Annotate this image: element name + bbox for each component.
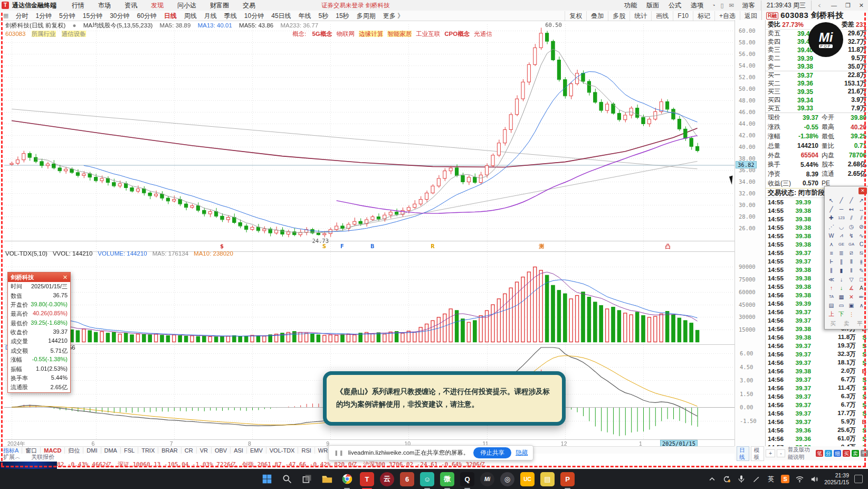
taskbar-icon-explorer[interactable] bbox=[320, 472, 334, 486]
popup-close-icon[interactable]: ✕ bbox=[63, 274, 68, 281]
chip-分[interactable]: 分 bbox=[825, 450, 832, 457]
tool-叠加[interactable]: 叠加 bbox=[586, 11, 608, 21]
tab-TRIX[interactable]: TRIX bbox=[138, 447, 158, 454]
period-5分钟[interactable]: 5分钟 bbox=[55, 11, 79, 21]
tick-row[interactable]: 14:5639.376.7万S bbox=[766, 375, 868, 384]
chip-笔[interactable]: 笔 bbox=[816, 450, 823, 457]
tick-row[interactable]: 14:5639.375.9万B bbox=[766, 418, 868, 426]
menu-交易[interactable]: 交易 bbox=[236, 1, 262, 11]
palette-icon[interactable]: ⩘ bbox=[836, 231, 846, 240]
tab-CR[interactable]: CR bbox=[182, 447, 197, 454]
tab-OBV[interactable]: OBV bbox=[212, 447, 231, 454]
taskbar-icon-netease[interactable]: 云 bbox=[380, 472, 394, 486]
palette-icon[interactable]: ↓ bbox=[836, 275, 846, 284]
palette-icon[interactable]: ↖ bbox=[826, 196, 836, 205]
palette-icon[interactable]: ⧄ bbox=[846, 249, 856, 258]
tray-speaker-icon[interactable] bbox=[809, 474, 819, 484]
palette-icon[interactable]: GE bbox=[836, 240, 846, 249]
concept-物联网[interactable]: 物联网 bbox=[337, 31, 355, 37]
palette-icon[interactable]: ∡ bbox=[846, 284, 856, 293]
period-10分钟[interactable]: 10分钟 bbox=[241, 11, 268, 21]
tab-EMV[interactable]: EMV bbox=[247, 447, 266, 454]
menu-版面[interactable]: 版面 bbox=[642, 1, 664, 11]
tray-refresh-icon[interactable] bbox=[722, 474, 731, 484]
taskbar-icon-mango[interactable]: ☺ bbox=[420, 472, 434, 486]
tab-RSI[interactable]: RSI bbox=[298, 447, 314, 454]
palette-icon[interactable]: ⋮ bbox=[846, 310, 856, 319]
tick-row[interactable]: 14:5639.3718.1万S bbox=[766, 359, 868, 367]
palette-icon[interactable]: ╱ bbox=[836, 196, 846, 205]
taskbar-icon-search[interactable] bbox=[280, 472, 294, 486]
period-季线[interactable]: 季线 bbox=[221, 11, 241, 21]
period-年线[interactable]: 年线 bbox=[295, 11, 315, 21]
palette-icon[interactable]: ∥ bbox=[836, 257, 846, 266]
palette-icon[interactable]: ▮ bbox=[836, 266, 846, 275]
maximize-button[interactable]: ❐ bbox=[841, 1, 855, 11]
bid-row[interactable]: 买一39.3722.8万 bbox=[766, 71, 868, 80]
menu-选项[interactable]: 选项 bbox=[686, 1, 708, 11]
palette-icon[interactable]: ▽ bbox=[846, 275, 856, 284]
expand-toggle[interactable]: 扩展︿ bbox=[3, 453, 21, 461]
tray-sogou-icon[interactable]: S bbox=[781, 475, 789, 483]
period-30分钟[interactable]: 30分钟 bbox=[106, 11, 133, 21]
tray-mic-icon[interactable] bbox=[737, 474, 746, 484]
menu-行情[interactable]: 行情 bbox=[65, 1, 91, 11]
tool-多股[interactable]: 多股 bbox=[608, 11, 629, 21]
palette-icon[interactable]: ▭ bbox=[836, 301, 846, 310]
palette-icon[interactable]: ⋰ bbox=[826, 222, 836, 231]
tick-row[interactable]: 14:5639.3625.6万S bbox=[766, 426, 868, 435]
tray-pen-icon[interactable] bbox=[751, 474, 761, 484]
palette-icon[interactable]: ↤ bbox=[846, 205, 856, 214]
tab-VR[interactable]: VR bbox=[197, 447, 212, 454]
tick-row[interactable]: 14:5639.3717.7万S bbox=[766, 409, 868, 418]
back-icon[interactable]: ﹤ bbox=[813, 1, 827, 11]
period-更多 》[interactable]: 更多 》 bbox=[379, 11, 407, 21]
palette-icon[interactable]: Ⱶ bbox=[826, 257, 836, 266]
palette-icon[interactable]: ↯ bbox=[846, 231, 856, 240]
guest-user[interactable]: 游客 bbox=[738, 1, 760, 11]
taskbar-icon-notes[interactable]: ▤ bbox=[540, 472, 555, 486]
taskbar-icon-tdx[interactable]: T bbox=[360, 472, 374, 486]
minimize-button[interactable]: — bbox=[827, 1, 841, 11]
taskbar-icon-wechat[interactable]: 微 bbox=[440, 472, 454, 486]
tab-VOL-TDX[interactable]: VOL-TDX bbox=[266, 447, 299, 454]
palette-icon[interactable]: ≪ bbox=[826, 275, 836, 284]
tick-row[interactable]: 14:5639.3732.3万S bbox=[766, 350, 868, 359]
ask-row[interactable]: 卖一39.3835.0万 bbox=[766, 62, 868, 71]
palette-icon[interactable]: ─ bbox=[836, 205, 846, 214]
concept-边缘计算[interactable]: 边缘计算 bbox=[359, 31, 383, 37]
menu-资讯[interactable]: 资讯 bbox=[118, 1, 144, 11]
palette-icon[interactable]: ╱ bbox=[826, 205, 836, 214]
taskbar-icon-qq[interactable]: Q bbox=[460, 472, 474, 486]
palette-icon[interactable]: ↑ bbox=[826, 284, 836, 293]
concept-光通信[interactable]: 光通信 bbox=[474, 31, 492, 37]
palette-icon[interactable]: ✕ bbox=[846, 293, 856, 302]
ask-row[interactable]: 卖二39.399.5万 bbox=[766, 54, 868, 63]
bid-row[interactable]: 买二39.36153.1万 bbox=[766, 80, 868, 88]
tab-DMI[interactable]: DMI bbox=[83, 447, 101, 454]
hide-link[interactable]: 隐藏 bbox=[516, 449, 528, 457]
tool-画线[interactable]: 画线 bbox=[651, 11, 673, 21]
chip-卖[interactable]: 卖 bbox=[852, 450, 859, 457]
bid-row[interactable]: 买四39.343.9万 bbox=[766, 96, 868, 105]
tool-统计[interactable]: 统计 bbox=[629, 11, 651, 21]
menu-问小达[interactable]: 问小达 bbox=[170, 1, 203, 11]
mail-icon[interactable]: ✉ bbox=[727, 2, 737, 9]
palette-icon[interactable]: ↓ bbox=[836, 284, 846, 293]
palette-icon[interactable]: 上 bbox=[826, 310, 836, 319]
taskbar-icon-task-view[interactable] bbox=[300, 472, 314, 486]
palette-icon[interactable]: W bbox=[826, 231, 836, 240]
concept-智能家居[interactable]: 智能家居 bbox=[387, 31, 412, 37]
tick-row[interactable]: 14:5639.382.0万B bbox=[766, 367, 868, 375]
template-button[interactable]: 模板 bbox=[751, 446, 765, 461]
palette-icon[interactable]: ⫴ bbox=[846, 257, 856, 266]
period-15秒[interactable]: 15秒 bbox=[332, 11, 352, 21]
taskbar-icon-red-six[interactable]: 6 bbox=[400, 472, 414, 486]
period-周线[interactable]: 周线 bbox=[180, 11, 201, 21]
tool-标记[interactable]: 标记 bbox=[693, 11, 714, 21]
menu-功能[interactable]: 功能 bbox=[619, 1, 642, 11]
tool-F10[interactable]: F10 bbox=[673, 11, 693, 21]
stop-sharing-button[interactable]: 停止共享 bbox=[473, 447, 511, 458]
palette-icon[interactable]: 下 bbox=[836, 310, 846, 319]
chip-细[interactable]: 细 bbox=[834, 450, 841, 457]
